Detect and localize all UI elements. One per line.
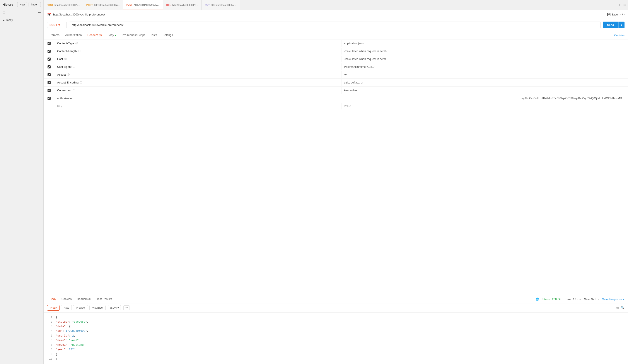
line-number: 6: [47, 338, 52, 343]
header-check-3: [44, 65, 55, 69]
resp-tab-cookies[interactable]: Cookies: [59, 295, 74, 303]
wrap-button[interactable]: ⇌: [123, 305, 130, 310]
header-key-4: Accept ⓘ: [55, 71, 341, 78]
header-row-0: Content-Type ⓘ application/json: [44, 39, 628, 47]
save-response-button[interactable]: Save Response ▾: [602, 297, 625, 301]
code-button[interactable]: </>: [620, 13, 625, 16]
header-row-1: Content-Length ⓘ <calculated when reques…: [44, 47, 628, 55]
line-content: "id": 1700824956987,: [56, 329, 88, 334]
line-number: 5: [47, 334, 52, 338]
code-line: 6 "make": "Ford",: [47, 338, 625, 343]
header-check-1: [44, 50, 55, 53]
header-check-6: [44, 89, 55, 92]
info-icon-4[interactable]: ⓘ: [67, 73, 70, 76]
search-button[interactable]: 🔍: [621, 306, 625, 309]
info-icon-6[interactable]: ⓘ: [73, 89, 75, 92]
header-checkbox-2[interactable]: [48, 58, 51, 61]
tab-0[interactable]: POST http://localhost:3000/u...: [44, 0, 83, 10]
line-content: {: [56, 315, 58, 320]
tab-method-0: POST: [47, 4, 53, 6]
filter-icon[interactable]: ☰: [2, 11, 5, 15]
header-checkbox-1[interactable]: [48, 50, 51, 53]
line-number: 1: [47, 315, 52, 320]
tab-url-0: http://localhost:3000/u...: [55, 4, 80, 6]
tab-2[interactable]: POST http://localhost:3000/ve...: [123, 0, 163, 10]
headers-table: Content-Type ⓘ application/json Content-…: [44, 39, 628, 295]
headers-badge: (9): [99, 34, 102, 36]
tab-tests[interactable]: Tests: [148, 31, 159, 39]
code-line: 10}: [47, 357, 625, 362]
tabs-bar: POST http://localhost:3000/u... POST htt…: [44, 0, 628, 10]
visualize-button[interactable]: Visualize: [89, 305, 106, 310]
header-val-7: eyJhbGciOiJIUzI1NiIsInR5cCI6IkpXVCJ9.eyJ…: [519, 95, 628, 102]
tab-body[interactable]: Body ●: [105, 31, 119, 39]
line-content: "status": "success",: [56, 320, 88, 324]
header-val-empty[interactable]: Value: [341, 103, 628, 109]
info-icon-2[interactable]: ⓘ: [64, 57, 67, 61]
send-dropdown-button[interactable]: ▾: [619, 22, 625, 28]
new-button[interactable]: New: [17, 2, 27, 7]
today-section[interactable]: ▶ Today: [2, 18, 41, 22]
code-line: 2 "status": "success",: [47, 320, 625, 324]
info-icon-0[interactable]: ⓘ: [76, 42, 78, 45]
chevron-right-icon: ▶: [2, 18, 4, 22]
save-icon: 💾: [607, 13, 611, 16]
header-checkbox-3[interactable]: [48, 65, 51, 69]
header-checkbox-5[interactable]: [48, 81, 51, 84]
url-input[interactable]: [69, 22, 601, 28]
send-button[interactable]: Send: [603, 22, 619, 28]
save-button[interactable]: 💾 Save: [607, 13, 618, 16]
header-row-5: Accept-Encoding ⓘ gzip, deflate, br: [44, 79, 628, 86]
tab-url-2: http://localhost:3000/ve...: [134, 3, 160, 6]
header-row-empty: Key Value: [44, 102, 628, 110]
cookies-link[interactable]: Cookies: [614, 34, 625, 37]
tab-settings[interactable]: Settings: [160, 31, 175, 39]
preview-button[interactable]: Preview: [73, 305, 88, 310]
sidebar-toolbar: ☰ •••: [0, 9, 43, 16]
resp-tab-testresults[interactable]: Test Results: [94, 295, 115, 303]
sidebar-more-icon[interactable]: •••: [38, 11, 41, 14]
code-line: 1{: [47, 315, 625, 320]
tab-4[interactable]: PUT http://localhost:3000/ve...: [202, 0, 240, 10]
tab-authorization[interactable]: Authorization: [63, 31, 84, 39]
header-val-5: gzip, deflate, br: [341, 79, 628, 86]
resp-tab-body[interactable]: Body: [47, 295, 59, 303]
line-content: "model": "Mustang",: [56, 343, 87, 348]
line-content: "year": 2024: [56, 348, 76, 352]
raw-button[interactable]: Raw: [61, 305, 72, 310]
tab-prerequest[interactable]: Pre-request Script: [119, 31, 148, 39]
header-checkbox-6[interactable]: [48, 89, 51, 92]
method-select[interactable]: POST ▾: [47, 22, 67, 28]
response-tabs-bar: Body Cookies Headers (8) Test Results 🌐 …: [44, 295, 628, 303]
status-label: Status: 200 OK: [543, 297, 562, 301]
header-key-2: Host ⓘ: [55, 56, 341, 62]
tab-params[interactable]: Params: [47, 31, 62, 39]
line-number: 9: [47, 352, 52, 357]
info-icon-1[interactable]: ⓘ: [78, 50, 80, 53]
info-icon-5[interactable]: ⓘ: [80, 81, 82, 84]
tab-headers[interactable]: Headers (9): [85, 31, 104, 39]
code-line: 4 "id": 1700824956987,: [47, 329, 625, 334]
header-checkbox-4[interactable]: [48, 73, 51, 76]
resp-tab-headers[interactable]: Headers (8): [74, 295, 94, 303]
import-button[interactable]: Import: [29, 2, 41, 7]
code-line: 7 "model": "Mustang",: [47, 343, 625, 348]
tab-3[interactable]: DEL http://localhost:3000/ve...: [163, 0, 202, 10]
add-tab-button[interactable]: +: [619, 3, 621, 7]
header-checkbox-7[interactable]: [48, 97, 51, 100]
sidebar-header: History New Import: [0, 0, 43, 9]
info-icon-3[interactable]: ⓘ: [73, 65, 75, 69]
header-check-2: [44, 58, 55, 61]
tab-method-3: DEL: [166, 4, 171, 6]
copy-button[interactable]: ⧉: [617, 306, 619, 310]
header-key-empty[interactable]: Key: [55, 103, 341, 109]
sidebar-title: History: [2, 3, 13, 6]
wrap-icon: ⇌: [125, 306, 128, 309]
header-checkbox-0[interactable]: [48, 42, 51, 45]
format-select[interactable]: JSON ▾: [108, 305, 121, 310]
response-area: Body Cookies Headers (8) Test Results 🌐 …: [44, 295, 628, 364]
tabs-more-button[interactable]: •••: [623, 3, 626, 7]
code-view: 1{2 "status": "success",3 "data": {4 "id…: [44, 313, 628, 364]
tab-1[interactable]: POST http://localhost:3000/u...: [83, 0, 123, 10]
pretty-button[interactable]: Pretty: [47, 305, 60, 311]
